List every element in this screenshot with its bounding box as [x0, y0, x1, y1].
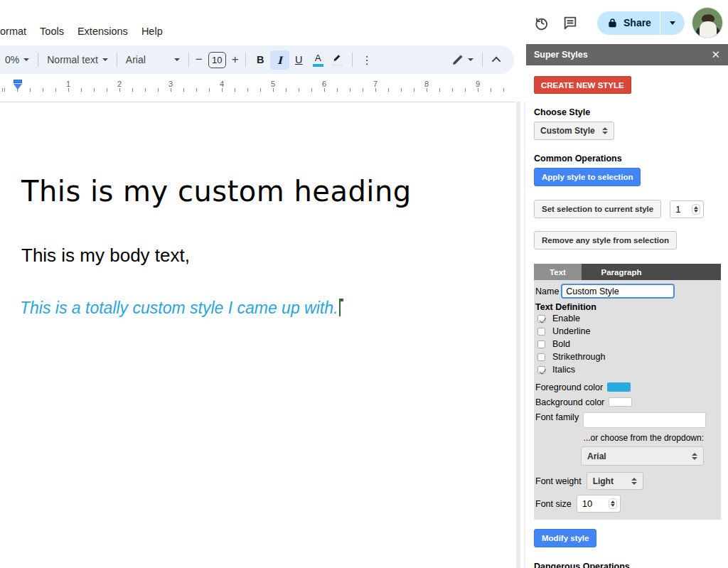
ruler-number: 9	[473, 80, 482, 88]
doc-custom-style-text[interactable]: This is a totally custom style I came up…	[20, 299, 341, 318]
ruler-number: 4	[218, 80, 226, 88]
history-icon	[534, 15, 550, 31]
ruler-number: 3	[166, 80, 175, 88]
text-definition-panel: Name Custom Style Text Definition Enable…	[534, 280, 721, 520]
toolbar-separator	[188, 53, 189, 67]
dropdown-hint: ...or choose from the dropdown:	[535, 433, 704, 443]
bold-checkbox[interactable]	[537, 341, 545, 348]
close-icon[interactable]: ✕	[711, 48, 720, 61]
tab-text[interactable]: Text	[534, 264, 582, 280]
italic-button[interactable]: I	[270, 50, 289, 70]
font-size-input-sidebar[interactable]: 10	[577, 495, 621, 513]
style-select-value: Custom Style	[540, 126, 595, 136]
doc-body-text[interactable]: This is my body text,	[21, 245, 190, 267]
checkbox-row-underline: Underline	[535, 325, 718, 338]
strikethrough-checkbox[interactable]	[537, 353, 545, 361]
share-dropdown[interactable]	[660, 21, 685, 25]
left-indent-marker[interactable]	[14, 84, 22, 90]
sidebar-header: Super Styles ✕	[526, 44, 728, 65]
stepper-icon[interactable]	[609, 498, 617, 509]
paragraph-styles-select[interactable]: Normal text	[43, 54, 112, 65]
common-operations-label: Common Operations	[534, 154, 721, 164]
sidebar-title: Super Styles	[534, 50, 588, 60]
zoom-select[interactable]: 0%	[1, 54, 33, 65]
style-select[interactable]: Custom Style	[534, 122, 614, 140]
page-right-edge-2	[524, 102, 525, 568]
name-label: Name	[535, 286, 559, 296]
hide-menus-button[interactable]	[488, 50, 507, 70]
share-label: Share	[623, 17, 651, 28]
more-options-icon[interactable]: ⋮	[358, 50, 377, 70]
menu-format[interactable]: ormat	[0, 26, 26, 37]
indent-marker[interactable]	[14, 80, 22, 90]
font-dropdown[interactable]: Arial	[581, 446, 704, 466]
stepper-icon[interactable]	[692, 204, 700, 215]
ruler[interactable]: 1 2 3 4 5 6 7 8 9	[0, 79, 514, 93]
highlight-color-bar	[332, 64, 343, 67]
bold-button[interactable]: B	[251, 50, 270, 70]
choose-style-label: Choose Style	[534, 107, 721, 117]
first-line-indent-marker[interactable]	[14, 80, 22, 83]
share-button[interactable]: Share	[597, 11, 685, 35]
toolbar: 0% Normal text Arial − 10 + B I U A ⋮	[0, 45, 514, 74]
select-arrows-icon	[692, 453, 697, 460]
checkbox-row-italics: Italics	[535, 363, 718, 376]
modify-style-button[interactable]: Modify style	[534, 529, 596, 547]
page-right-edge	[516, 102, 520, 568]
ruler-number: 2	[115, 80, 124, 88]
tab-paragraph[interactable]: Paragraph	[582, 264, 661, 280]
menu-help[interactable]: Help	[141, 26, 163, 37]
ruler-number: 8	[422, 80, 431, 88]
select-arrows-icon	[631, 478, 637, 485]
font-dropdown-value: Arial	[587, 451, 606, 461]
toolbar-separator	[245, 53, 246, 67]
font-value: Arial	[126, 54, 146, 65]
underline-button[interactable]: U	[289, 50, 309, 70]
background-color-swatch[interactable]	[609, 397, 632, 407]
italics-checkbox[interactable]	[537, 366, 545, 374]
version-history-icon[interactable]	[528, 9, 556, 37]
underline-checkbox[interactable]	[537, 328, 545, 336]
strikethrough-label: Strikethrough	[552, 352, 605, 362]
ruler-number: 7	[371, 80, 380, 88]
decrease-font-size-button[interactable]: −	[194, 53, 204, 67]
create-new-style-button[interactable]: CREATE NEW STYLE	[534, 76, 631, 94]
pencil-icon	[451, 54, 464, 66]
font-size-input[interactable]: 10	[208, 52, 226, 68]
top-actions: Share	[528, 6, 728, 40]
set-selection-button[interactable]: Set selection to current style	[534, 200, 661, 218]
highlight-color-button[interactable]	[328, 50, 347, 70]
font-weight-label: Font weight	[535, 476, 582, 486]
font-family-input[interactable]	[583, 412, 706, 428]
enable-checkbox[interactable]	[537, 315, 545, 323]
font-family-label: Font family	[535, 412, 579, 422]
font-select[interactable]: Arial	[122, 54, 183, 65]
select-arrows-icon	[602, 127, 608, 134]
chevron-down-icon	[23, 58, 29, 61]
avatar[interactable]	[692, 7, 723, 38]
text-color-button[interactable]: A	[309, 50, 328, 70]
zoom-value: 0%	[5, 54, 19, 65]
font-weight-dropdown[interactable]: Light	[587, 472, 643, 490]
comments-icon[interactable]	[556, 9, 584, 37]
ruler-number: 1	[64, 80, 73, 88]
doc-custom-style-span: This is a totally custom style I came up…	[20, 299, 338, 317]
background-color-label: Background color	[535, 397, 604, 407]
foreground-color-label: Foreground color	[535, 382, 603, 392]
apply-style-button[interactable]: Apply style to selection	[534, 168, 641, 186]
selection-style-number-input[interactable]: 1	[670, 200, 704, 218]
style-name-input[interactable]: Custom Style	[561, 284, 675, 299]
toolbar-separator	[352, 53, 353, 67]
editing-mode-select[interactable]	[448, 54, 477, 66]
checkbox-row-bold: Bold	[535, 338, 718, 350]
menu-tools[interactable]: Tools	[40, 26, 64, 37]
menu-extensions[interactable]: Extensions	[77, 26, 128, 37]
foreground-color-swatch[interactable]	[607, 382, 631, 392]
font-size-value: 10	[582, 498, 592, 509]
ruler-ticks	[0, 88, 514, 92]
toolbar-separator	[482, 53, 483, 67]
increase-font-size-button[interactable]: +	[230, 53, 240, 67]
doc-heading[interactable]: This is my custom heading	[21, 175, 412, 208]
remove-style-button[interactable]: Remove any style from selection	[534, 231, 677, 250]
comment-icon	[562, 15, 578, 31]
